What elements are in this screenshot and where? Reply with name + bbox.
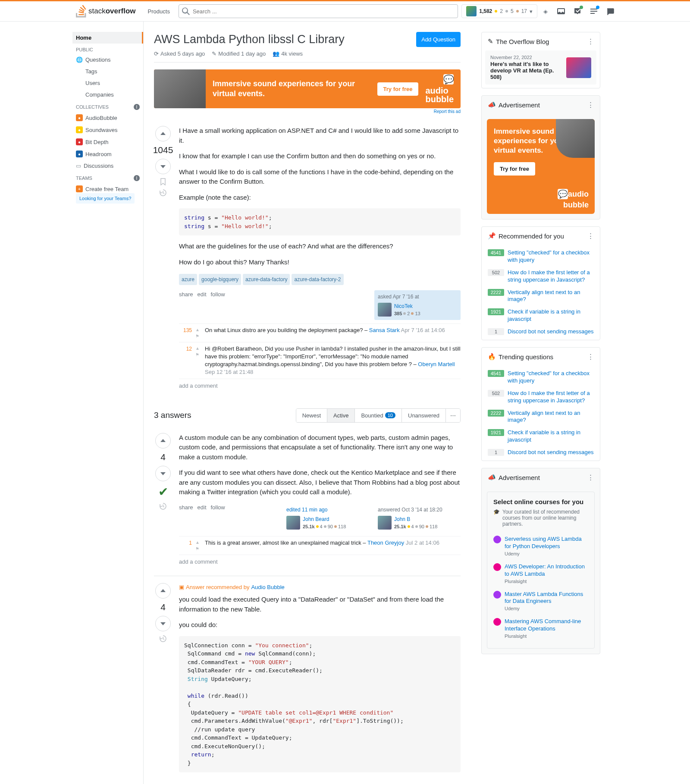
follow-link[interactable]: follow <box>211 290 225 299</box>
collective-item[interactable]: ●Bit Depth <box>72 136 143 148</box>
more-icon[interactable]: ⋮ <box>587 474 594 481</box>
asker-name[interactable]: NicoTek <box>394 303 413 309</box>
collective-item[interactable]: ●Soundwaves <box>72 124 143 136</box>
answerer-card: answered Oct 3 '14 at 18:20 John B 25.1k… <box>374 503 461 533</box>
nav-questions[interactable]: 🌐Questions <box>72 54 143 66</box>
linked-question[interactable]: Vertically align text next to an image? <box>508 410 594 424</box>
linked-question[interactable]: How do I make the first letter of a stri… <box>508 269 594 284</box>
nav-companies[interactable]: Companies <box>72 89 143 100</box>
course-link[interactable]: AWS Developer: An Introduction to AWS La… <box>505 563 588 578</box>
comment: 12▲⚑Hi @Robert Baratheon, Did you use Pu… <box>179 342 461 379</box>
comment-user[interactable]: Sansa Stark <box>369 327 400 333</box>
downvote-button[interactable] <box>155 466 171 481</box>
achievements-icon[interactable] <box>570 4 585 19</box>
history-icon[interactable] <box>159 189 167 197</box>
ad-square[interactable]: Immersive sound experiences for your vir… <box>487 119 595 214</box>
collective-item[interactable]: ●Headroom <box>72 148 143 160</box>
ad-cta[interactable]: Try for free <box>494 162 535 176</box>
trending-widget: 🔥Trending questions⋮ 4541Setting "checke… <box>481 347 600 461</box>
nav-tags[interactable]: Tags <box>72 66 143 77</box>
avatar[interactable] <box>378 516 392 530</box>
tab-bountied[interactable]: Bountied10 <box>355 409 402 422</box>
linked-question[interactable]: Check if variable is a string in javascr… <box>508 308 594 323</box>
course-link[interactable]: Serverless using AWS Lambda for Python D… <box>505 536 588 550</box>
chevron-down-icon: ▾ <box>530 8 533 15</box>
nav-home[interactable]: Home <box>72 32 143 44</box>
history-icon[interactable] <box>159 502 167 510</box>
collective-item[interactable]: ●AudioBubble <box>72 112 143 124</box>
report-ad[interactable]: Report this ad <box>434 109 461 114</box>
avatar[interactable] <box>378 303 392 317</box>
more-icon[interactable]: ⋮ <box>587 232 594 240</box>
user-box[interactable]: 1,582 2 5 17 ▾ <box>461 4 537 18</box>
linked-question[interactable]: Vertically align text next to an image? <box>508 289 594 304</box>
inbox-icon[interactable] <box>554 4 568 19</box>
logo[interactable]: stackoverflow <box>72 5 139 18</box>
more-icon[interactable]: ⋮ <box>587 38 594 45</box>
tag[interactable]: azure-data-factory-2 <box>292 274 343 285</box>
edit-link[interactable]: edit <box>198 503 207 512</box>
course-link[interactable]: Mastering AWS Command-line Interface Ope… <box>505 618 588 633</box>
ad-brand: 💬audio bubble <box>418 74 461 103</box>
add-comment[interactable]: add a comment <box>179 555 218 569</box>
downvote-button[interactable] <box>155 159 171 174</box>
comment-user[interactable]: Oberyn Martell <box>418 361 455 367</box>
tab-more[interactable]: ⋯ <box>446 409 460 422</box>
ad-cta[interactable]: Try for free <box>377 82 419 96</box>
add-question-button[interactable]: Add Question <box>416 32 461 47</box>
info-icon[interactable]: i <box>134 175 140 181</box>
answers-header: 3 answers Newest Active Bountied10 Unans… <box>154 408 461 423</box>
community-icon[interactable] <box>603 4 618 19</box>
upvote-button[interactable] <box>155 433 171 448</box>
upvote-button[interactable] <box>155 126 171 141</box>
search-input[interactable] <box>179 4 458 18</box>
course-item: Serverless using AWS Lambda for Python D… <box>493 532 588 560</box>
tag[interactable]: azure-data-factory <box>243 274 290 285</box>
help-icon[interactable] <box>586 4 601 19</box>
ad-banner[interactable]: Immersive sound experiences for your vir… <box>154 69 461 108</box>
more-icon[interactable]: ⋮ <box>587 101 594 109</box>
comment: 1▲⚑This is a great answer, almost like a… <box>179 536 461 555</box>
spark-icon[interactable]: ◈ <box>541 8 550 15</box>
asker-card: asked Apr 7 '16 at NicoTek 385 2 13 <box>374 290 461 320</box>
pencil-icon: ✎ <box>488 38 493 45</box>
collective-icon: ● <box>76 114 83 121</box>
comment-user[interactable]: Theon Greyjoy <box>367 539 404 546</box>
nav-users[interactable]: Users <box>72 77 143 89</box>
gold-badge-icon <box>495 10 497 13</box>
add-comment[interactable]: add a comment <box>179 379 218 393</box>
share-link[interactable]: share <box>179 503 193 512</box>
linked-question[interactable]: Setting "checked" for a checkbox with jq… <box>508 370 594 385</box>
megaphone-icon: 📣 <box>488 101 496 109</box>
chat-bubble-icon: 💬 <box>443 74 454 85</box>
tab-active[interactable]: Active <box>327 409 355 422</box>
team-icon: + <box>76 185 83 192</box>
linked-question[interactable]: Discord bot not sending messages <box>508 449 594 456</box>
blog-item[interactable]: November 22, 2022Here's what it's like t… <box>485 50 596 85</box>
course-link[interactable]: Master AWS Lambda Functions for Data Eng… <box>505 591 588 605</box>
products-link[interactable]: Products <box>143 6 175 17</box>
more-icon[interactable]: ⋮ <box>587 353 594 361</box>
linked-question[interactable]: Discord bot not sending messages <box>508 328 594 336</box>
tag[interactable]: google-bigquery <box>199 274 241 285</box>
link-row: 2222Vertically align text next to an ima… <box>482 286 600 306</box>
bookmark-icon[interactable] <box>159 178 167 185</box>
avatar[interactable] <box>286 516 300 530</box>
looking-teams[interactable]: Looking for your Teams? <box>76 193 135 204</box>
info-icon[interactable]: i <box>134 104 140 110</box>
linked-question[interactable]: Check if variable is a string in javascr… <box>508 429 594 444</box>
history-icon[interactable] <box>159 635 167 643</box>
nav-discussions[interactable]: ▭Discussions <box>72 160 143 172</box>
follow-link[interactable]: follow <box>211 503 225 512</box>
downvote-button[interactable] <box>155 616 171 631</box>
linked-question[interactable]: How do I make the first letter of a stri… <box>508 390 594 405</box>
provider-icon <box>493 618 501 626</box>
upvote-button[interactable] <box>155 583 171 599</box>
tab-newest[interactable]: Newest <box>296 409 327 422</box>
tag[interactable]: azure <box>179 274 197 285</box>
share-link[interactable]: share <box>179 290 193 299</box>
edit-link[interactable]: edit <box>198 290 207 299</box>
silver-badge-icon <box>505 10 508 13</box>
tab-unanswered[interactable]: Unanswered <box>402 409 446 422</box>
linked-question[interactable]: Setting "checked" for a checkbox with jq… <box>508 249 594 264</box>
